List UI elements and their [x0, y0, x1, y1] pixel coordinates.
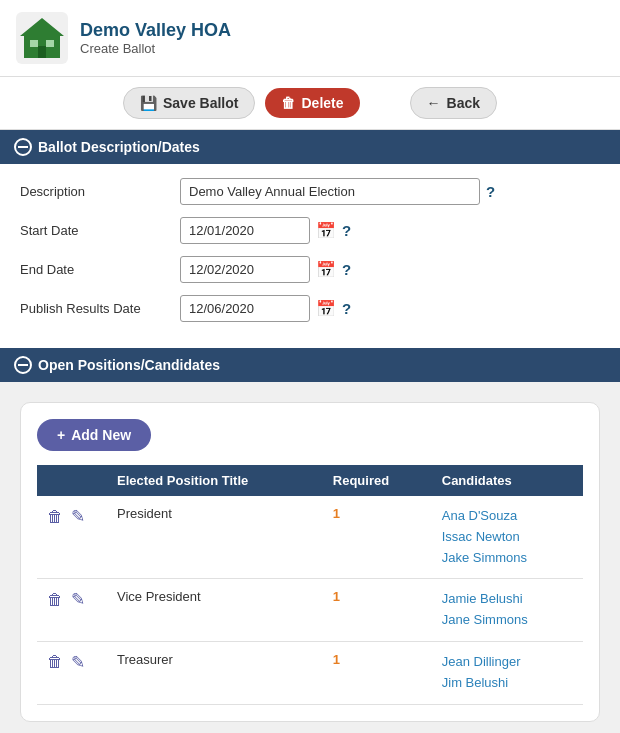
- actions-cell: 🗑 ✎: [37, 641, 107, 704]
- candidates-cell: Ana D'SouzaIssac NewtonJake Simmons: [432, 496, 583, 579]
- collapse-icon[interactable]: [14, 138, 32, 156]
- candidates-cell: Jean DillingerJim Belushi: [432, 641, 583, 704]
- col-required: Required: [323, 465, 432, 496]
- positions-section-body: + Add New Elected Position Title Require…: [0, 382, 620, 733]
- add-new-button[interactable]: + Add New: [37, 419, 151, 451]
- plus-icon: +: [57, 427, 65, 443]
- start-date-input[interactable]: [180, 217, 310, 244]
- required-cell: 1: [323, 579, 432, 642]
- required-number: 1: [333, 589, 340, 604]
- publish-date-label: Publish Results Date: [20, 301, 180, 316]
- col-position-title: Elected Position Title: [107, 465, 323, 496]
- col-actions: [37, 465, 107, 496]
- col-candidates: Candidates: [432, 465, 583, 496]
- actions-cell: 🗑 ✎: [37, 496, 107, 579]
- description-label: Description: [20, 184, 180, 199]
- required-cell: 1: [323, 641, 432, 704]
- ballot-section-header: Ballot Description/Dates: [0, 130, 620, 164]
- back-label: Back: [447, 95, 480, 111]
- delete-label: Delete: [301, 95, 343, 111]
- publish-date-calendar-icon[interactable]: 📅: [316, 299, 336, 318]
- start-date-label: Start Date: [20, 223, 180, 238]
- candidates-list: Jean DillingerJim Belushi: [442, 652, 573, 694]
- floppy-icon: 💾: [140, 95, 157, 111]
- edit-row-icon[interactable]: ✎: [71, 589, 85, 610]
- positions-collapse-icon[interactable]: [14, 356, 32, 374]
- position-title-cell: Vice President: [107, 579, 323, 642]
- svg-rect-3: [46, 40, 54, 47]
- delete-row-icon[interactable]: 🗑: [47, 653, 63, 671]
- required-number: 1: [333, 506, 340, 521]
- required-number: 1: [333, 652, 340, 667]
- add-new-label: Add New: [71, 427, 131, 443]
- required-cell: 1: [323, 496, 432, 579]
- edit-row-icon[interactable]: ✎: [71, 506, 85, 527]
- delete-button[interactable]: 🗑 Delete: [265, 88, 359, 118]
- svg-rect-2: [38, 46, 46, 58]
- delete-row-icon[interactable]: 🗑: [47, 591, 63, 609]
- trash-icon: 🗑: [281, 95, 295, 111]
- save-label: Save Ballot: [163, 95, 238, 111]
- table-row: 🗑 ✎ President1Ana D'SouzaIssac NewtonJak…: [37, 496, 583, 579]
- description-row: Description ?: [20, 178, 600, 205]
- start-date-calendar-icon[interactable]: 📅: [316, 221, 336, 240]
- description-help-icon[interactable]: ?: [486, 183, 495, 200]
- header-text: Demo Valley HOA Create Ballot: [80, 20, 231, 56]
- actions-cell: 🗑 ✎: [37, 579, 107, 642]
- svg-rect-4: [30, 40, 38, 47]
- table-row: 🗑 ✎ Treasurer1Jean DillingerJim Belushi: [37, 641, 583, 704]
- positions-table: Elected Position Title Required Candidat…: [37, 465, 583, 705]
- start-date-row: Start Date 📅 ?: [20, 217, 600, 244]
- positions-card: + Add New Elected Position Title Require…: [20, 402, 600, 722]
- candidates-list: Ana D'SouzaIssac NewtonJake Simmons: [442, 506, 573, 568]
- start-date-help-icon[interactable]: ?: [342, 222, 351, 239]
- app-header: Demo Valley HOA Create Ballot: [0, 0, 620, 77]
- candidates-list: Jamie BelushiJane Simmons: [442, 589, 573, 631]
- end-date-calendar-icon[interactable]: 📅: [316, 260, 336, 279]
- back-button[interactable]: ← Back: [410, 87, 497, 119]
- delete-row-icon[interactable]: 🗑: [47, 508, 63, 526]
- position-title-cell: Treasurer: [107, 641, 323, 704]
- publish-date-help-icon[interactable]: ?: [342, 300, 351, 317]
- arrow-left-icon: ←: [427, 95, 441, 111]
- ballot-form: Description ? Start Date 📅 ? End Date 📅 …: [0, 164, 620, 348]
- save-ballot-button[interactable]: 💾 Save Ballot: [123, 87, 255, 119]
- publish-date-input[interactable]: [180, 295, 310, 322]
- app-logo: [16, 12, 68, 64]
- end-date-input[interactable]: [180, 256, 310, 283]
- table-row: 🗑 ✎ Vice President1Jamie BelushiJane Sim…: [37, 579, 583, 642]
- ballot-section-title: Ballot Description/Dates: [38, 139, 200, 155]
- end-date-help-icon[interactable]: ?: [342, 261, 351, 278]
- candidates-cell: Jamie BelushiJane Simmons: [432, 579, 583, 642]
- end-date-label: End Date: [20, 262, 180, 277]
- table-header-row: Elected Position Title Required Candidat…: [37, 465, 583, 496]
- org-name: Demo Valley HOA: [80, 20, 231, 41]
- description-input[interactable]: [180, 178, 480, 205]
- toolbar: 💾 Save Ballot 🗑 Delete ← Back: [0, 77, 620, 130]
- positions-section-title: Open Positions/Candidates: [38, 357, 220, 373]
- page-subtitle: Create Ballot: [80, 41, 231, 56]
- end-date-row: End Date 📅 ?: [20, 256, 600, 283]
- position-title-cell: President: [107, 496, 323, 579]
- publish-date-row: Publish Results Date 📅 ?: [20, 295, 600, 322]
- positions-section-header: Open Positions/Candidates: [0, 348, 620, 382]
- edit-row-icon[interactable]: ✎: [71, 652, 85, 673]
